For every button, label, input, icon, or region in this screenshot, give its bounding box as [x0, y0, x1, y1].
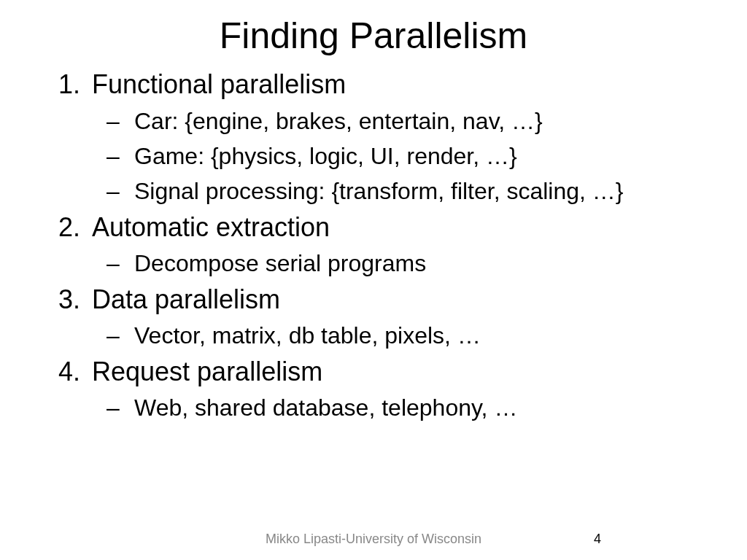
list-text: Vector, matrix, db table, pixels, …: [134, 319, 481, 352]
list-number: 2.: [51, 210, 92, 246]
footer-text: Mikko Lipasti-University of Wisconsin: [0, 532, 747, 547]
dash-icon: –: [104, 104, 134, 138]
dash-icon: –: [104, 391, 134, 424]
list-number: 4.: [51, 354, 92, 390]
list-item: 4. Request parallelism: [51, 354, 718, 390]
list-item: – Decompose serial programs: [104, 246, 718, 280]
list-item: – Game: {physics, logic, UI, render, …}: [104, 139, 718, 173]
list-number: 1.: [51, 67, 92, 103]
list-text: Functional parallelism: [92, 67, 346, 103]
dash-icon: –: [104, 246, 134, 280]
list-text: Car: {engine, brakes, entertain, nav, …}: [134, 104, 543, 138]
list-text: Data parallelism: [92, 282, 280, 318]
list-item: – Vector, matrix, db table, pixels, …: [104, 319, 718, 352]
list-text: Web, shared database, telephony, …: [134, 391, 517, 424]
list-text: Game: {physics, logic, UI, render, …}: [134, 139, 517, 173]
dash-icon: –: [104, 319, 134, 352]
list-text: Decompose serial programs: [134, 246, 426, 280]
list-text: Request parallelism: [92, 354, 322, 390]
list-number: 3.: [51, 282, 92, 318]
list-item: 3. Data parallelism: [51, 282, 718, 318]
list-item: – Signal processing: {transform, filter,…: [104, 174, 718, 208]
list-item: – Web, shared database, telephony, …: [104, 391, 718, 424]
slide: Finding Parallelism 1. Functional parall…: [0, 0, 747, 425]
slide-title: Finding Parallelism: [29, 15, 718, 57]
list-item: – Car: {engine, brakes, entertain, nav, …: [104, 104, 718, 138]
dash-icon: –: [104, 139, 134, 173]
dash-icon: –: [104, 174, 134, 208]
page-number: 4: [594, 532, 601, 547]
list-item: 1. Functional parallelism: [51, 67, 718, 103]
slide-content: 1. Functional parallelism – Car: {engine…: [29, 67, 718, 425]
list-text: Automatic extraction: [92, 210, 330, 246]
list-text: Signal processing: {transform, filter, s…: [134, 174, 624, 208]
list-item: 2. Automatic extraction: [51, 210, 718, 246]
